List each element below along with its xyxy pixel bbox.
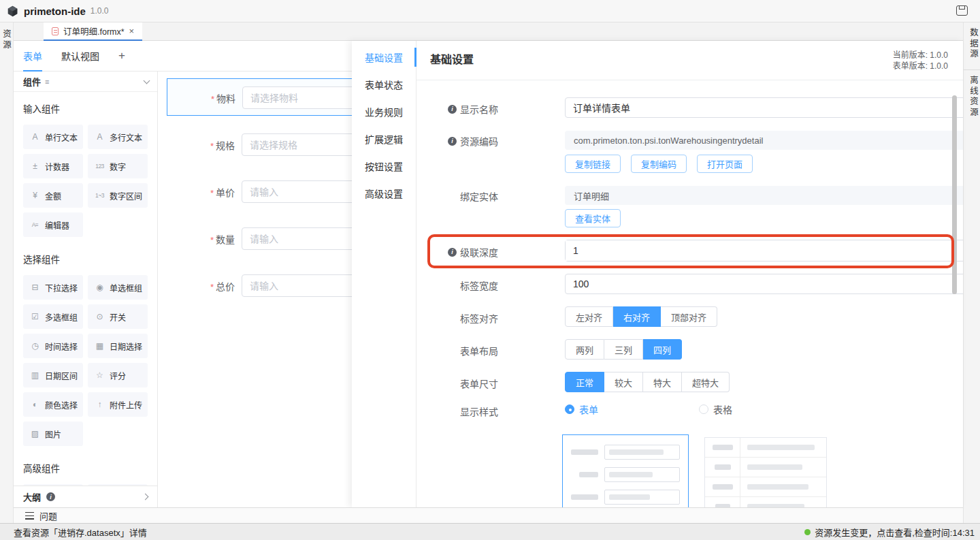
spec-select-input[interactable]	[242, 133, 352, 156]
component-multi-line-text[interactable]: A多行文本	[88, 125, 148, 149]
bound-entity-field: 订单明细	[565, 186, 963, 205]
four-column-button[interactable]: 四列	[643, 339, 682, 360]
component-editor[interactable]: A≡编辑器	[23, 212, 83, 237]
editor-icon: A≡	[29, 221, 41, 228]
sidebar-item-datasource[interactable]: 数据源	[964, 22, 980, 70]
component-switch[interactable]: ⊙开关	[88, 304, 148, 329]
copy-link-button[interactable]: 复制链接	[565, 155, 621, 173]
tab-order-detail-formx[interactable]: 订单明细.formx* ×	[44, 22, 142, 41]
align-left-button[interactable]: 左对齐	[565, 306, 613, 327]
material-select-input[interactable]	[242, 86, 352, 109]
component-single-line-text[interactable]: A单行文本	[23, 125, 83, 149]
preview-row	[571, 445, 680, 460]
field-row-unit-price[interactable]: *单价	[158, 180, 352, 203]
display-style-label: 显示样式	[423, 404, 498, 418]
status-change-notice[interactable]: 资源发生变更，点击查看,检查时间:14:31	[804, 526, 975, 539]
two-column-button[interactable]: 两列	[565, 339, 604, 360]
label-width-input[interactable]	[565, 274, 963, 294]
nav-basic-settings[interactable]: 基础设置	[352, 44, 416, 71]
quantity-input[interactable]	[242, 227, 352, 250]
component-number-range[interactable]: 1~3数字区间	[88, 183, 148, 208]
chevron-right-icon[interactable]	[142, 494, 149, 501]
info-icon: i	[448, 105, 457, 114]
close-icon[interactable]: ×	[129, 27, 135, 35]
open-page-button[interactable]: 打开页面	[697, 155, 753, 173]
nav-extension-logic[interactable]: 扩展逻辑	[352, 125, 416, 153]
components-header[interactable]: 组件 ≡	[14, 72, 157, 92]
total-price-input[interactable]	[242, 274, 352, 297]
chevron-down-icon[interactable]	[144, 77, 150, 84]
currency-icon: ¥	[29, 191, 41, 200]
cascade-depth-input[interactable]	[566, 240, 963, 261]
outline-bar[interactable]: 大纲 i	[14, 486, 158, 507]
component-currency[interactable]: ¥金额	[23, 183, 83, 208]
nav-button-settings[interactable]: 按钮设置	[352, 153, 416, 180]
current-version: 当前版本: 1.0.0	[893, 50, 948, 61]
nav-business-rules[interactable]: 业务规则	[352, 98, 416, 125]
section-title-input: 输入组件	[23, 101, 148, 115]
component-radio-group[interactable]: ◉单选框组	[88, 275, 148, 300]
view-entity-button[interactable]: 查看实体	[565, 209, 621, 227]
component-file-upload[interactable]: ↑附件上传	[88, 392, 148, 417]
display-name-input[interactable]	[565, 97, 963, 118]
radio-form[interactable]	[565, 404, 574, 414]
field-row-material[interactable]: *物料	[159, 86, 352, 109]
three-column-button[interactable]: 三列	[604, 339, 643, 360]
nav-form-state[interactable]: 表单状态	[352, 71, 416, 98]
size-xlarge-button[interactable]: 特大	[643, 372, 682, 392]
version-info: 当前版本: 1.0.0 表单版本: 1.0.0	[893, 50, 948, 72]
component-time-picker[interactable]: ◷时间选择	[23, 334, 83, 358]
size-large-button[interactable]: 较大	[604, 372, 643, 392]
preview-row	[571, 490, 680, 505]
display-style-options: 表单 表格	[565, 402, 963, 416]
nav-advanced-settings[interactable]: 高级设置	[352, 180, 416, 207]
field-row-spec[interactable]: *规格	[158, 133, 352, 156]
preview-table-row	[705, 477, 826, 497]
tab-form[interactable]: 表单	[23, 41, 42, 72]
save-icon[interactable]	[956, 5, 968, 16]
sidebar-item-resources[interactable]: 资源	[0, 29, 13, 50]
component-counter[interactable]: ±计数器	[23, 154, 83, 178]
unit-price-input[interactable]	[242, 180, 352, 203]
problems-bar[interactable]: 问题	[14, 507, 963, 523]
sidebar-item-offline-resources[interactable]: 离线资源	[964, 70, 980, 127]
problems-label: 问题	[39, 509, 57, 522]
image-icon: ▨	[29, 429, 41, 439]
component-rating[interactable]: ☆评分	[88, 363, 148, 387]
date-picker-icon: ▦	[94, 341, 105, 351]
component-checkbox-group[interactable]: ☑多选框组	[23, 304, 83, 329]
scrollbar-thumb[interactable]	[952, 95, 957, 294]
radio-form-label[interactable]: 表单	[579, 402, 598, 416]
status-resource-detail[interactable]: 查看资源「进销存.datasetx」详情	[14, 526, 147, 539]
form-file-icon	[52, 27, 59, 35]
section-title-select: 选择组件	[23, 252, 148, 266]
table-style-preview[interactable]: 查看Api	[704, 437, 827, 507]
selected-field-box[interactable]: *物料	[167, 78, 352, 116]
add-view-button[interactable]: +	[118, 49, 125, 63]
align-right-button[interactable]: 右对齐	[613, 306, 661, 327]
radio-table[interactable]	[699, 404, 708, 414]
input-components-grid: A单行文本 A多行文本 ±计数器 123数字 ¥金额 1~3数字区间 A≡编辑器	[23, 125, 148, 237]
field-row-total-price[interactable]: *总价	[158, 274, 352, 297]
size-normal-button[interactable]: 正常	[565, 372, 604, 392]
copy-code-button[interactable]: 复制编码	[631, 155, 687, 173]
align-top-button[interactable]: 顶部对齐	[661, 306, 717, 327]
outline-label: 大纲	[23, 490, 41, 503]
bound-entity-select[interactable]: 订单明细	[565, 186, 963, 205]
color-picker-icon: ◐	[29, 400, 41, 409]
component-color-picker[interactable]: ◐颜色选择	[23, 392, 83, 417]
radio-table-label[interactable]: 表格	[713, 402, 732, 416]
form-style-preview[interactable]	[562, 434, 689, 507]
field-row-quantity[interactable]: *数量	[158, 227, 352, 250]
component-dropdown-select[interactable]: ⊟下拉选择	[23, 275, 83, 300]
display-name-label: i显示名称	[423, 102, 498, 116]
size-xxlarge-button[interactable]: 超特大	[682, 372, 730, 392]
preview-row	[571, 467, 680, 482]
info-icon: i	[46, 492, 55, 501]
component-date-picker[interactable]: ▦日期选择	[88, 334, 148, 358]
form-size-label: 表单尺寸	[423, 377, 498, 390]
component-image[interactable]: ▨图片	[23, 422, 83, 446]
component-date-range[interactable]: ▥日期区间	[23, 363, 83, 387]
component-number[interactable]: 123数字	[88, 154, 148, 178]
tab-default-view[interactable]: 默认视图	[61, 41, 99, 72]
